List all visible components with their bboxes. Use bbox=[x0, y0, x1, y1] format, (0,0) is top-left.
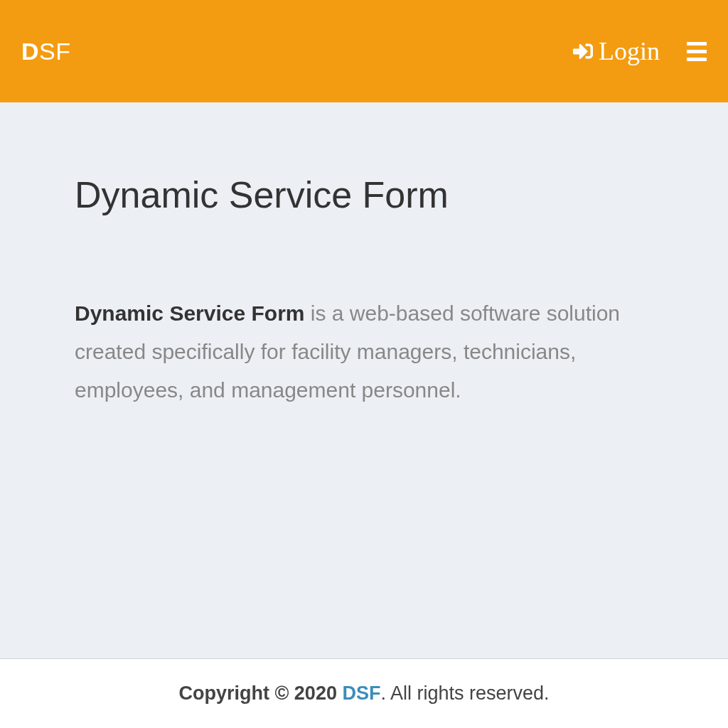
navbar-right: Login bbox=[573, 36, 707, 66]
brand-first-letter: D bbox=[21, 38, 39, 65]
main-content: Dynamic Service Form Dynamic Service For… bbox=[0, 102, 728, 658]
copyright-suffix: . All rights reserved. bbox=[380, 682, 549, 704]
page-title: Dynamic Service Form bbox=[75, 173, 653, 216]
login-link[interactable]: Login bbox=[573, 36, 660, 66]
footer-brand-link[interactable]: DSF bbox=[342, 682, 380, 704]
brand-logo[interactable]: DSF bbox=[21, 38, 71, 65]
hamburger-menu-icon[interactable] bbox=[687, 42, 707, 61]
footer: Copyright © 2020 DSF. All rights reserve… bbox=[0, 658, 728, 728]
brand-rest: SF bbox=[39, 38, 70, 65]
copyright-prefix: Copyright © 2020 bbox=[178, 682, 342, 704]
page-description: Dynamic Service Form is a web-based soft… bbox=[75, 294, 653, 410]
navbar: DSF Login bbox=[0, 0, 728, 102]
description-emphasis: Dynamic Service Form bbox=[75, 301, 304, 325]
sign-in-icon bbox=[573, 41, 593, 61]
login-label: Login bbox=[599, 36, 660, 66]
footer-text: Copyright © 2020 DSF. All rights reserve… bbox=[178, 682, 549, 705]
